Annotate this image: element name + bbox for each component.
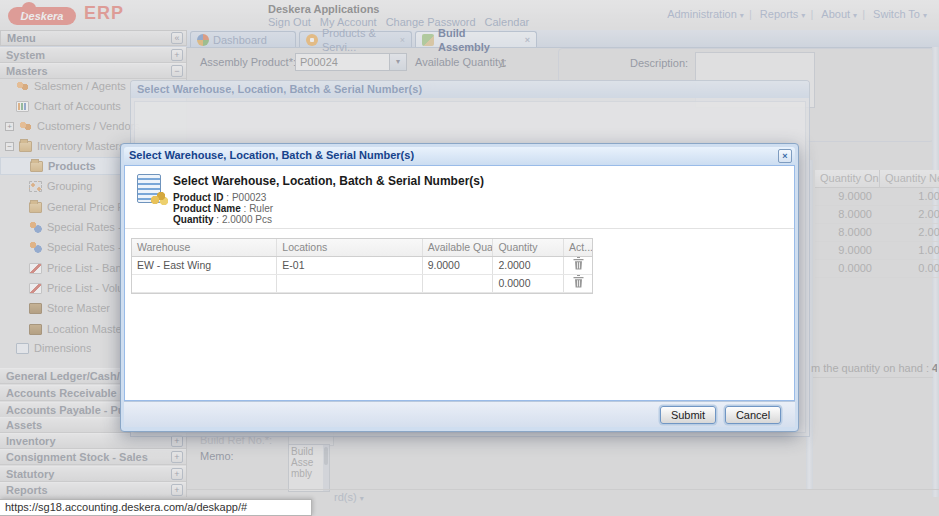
cancel-button[interactable]: Cancel [725,406,781,424]
action-cell [564,275,592,292]
status-url-tooltip: https://sg18.accounting.deskera.com/a/de… [0,499,312,516]
col-quantity[interactable]: Quantity [493,239,564,256]
available-cell: 9.0000 [423,257,494,274]
close-icon[interactable]: × [778,149,792,163]
table-row[interactable]: 0.0000 [132,275,592,293]
action-cell [564,257,592,274]
divider [125,228,794,229]
col-available-quantity[interactable]: Available Quantity [423,239,494,256]
quantity-line: Quantity : 2.0000 Pcs [173,214,272,225]
col-warehouse[interactable]: Warehouse [132,239,277,256]
warehouse-table: Warehouse Locations Available Quantity Q… [131,238,593,294]
quantity-cell[interactable]: 0.0000 [493,275,564,292]
trash-icon[interactable] [573,275,584,288]
deskera-erp-window: Deskera ERP Deskera Applications Sign Ou… [0,0,939,516]
coins-icon [151,190,168,205]
quantity-cell[interactable]: 2.0000 [493,257,564,274]
product-id-line: Product ID : P00023 [173,192,266,203]
location-cell[interactable] [277,275,422,292]
col-action[interactable]: Act... [564,239,592,256]
modal-heading: Select Warehouse, Location, Batch & Seri… [173,174,484,188]
available-cell [423,275,494,292]
warehouse-cell[interactable]: EW - East Wing [132,257,277,274]
trash-icon[interactable] [573,257,584,270]
warehouse-cell[interactable] [132,275,277,292]
modal-body: Select Warehouse, Location, Batch & Seri… [124,165,795,401]
select-warehouse-modal: Select Warehouse, Location, Batch & Seri… [120,143,799,432]
location-cell[interactable]: E-01 [277,257,422,274]
modal-footer: Submit Cancel [124,401,795,427]
table-row[interactable]: EW - East Wing E-01 9.0000 2.0000 [132,257,592,275]
modal-title: Select Warehouse, Location, Batch & Seri… [129,149,414,161]
modal-title-bar[interactable]: Select Warehouse, Location, Batch & Seri… [124,147,795,165]
product-name-line: Product Name : Ruler [173,203,273,214]
col-locations[interactable]: Locations [277,239,422,256]
table-header-row: Warehouse Locations Available Quantity Q… [132,239,592,257]
submit-button[interactable]: Submit [660,406,716,424]
